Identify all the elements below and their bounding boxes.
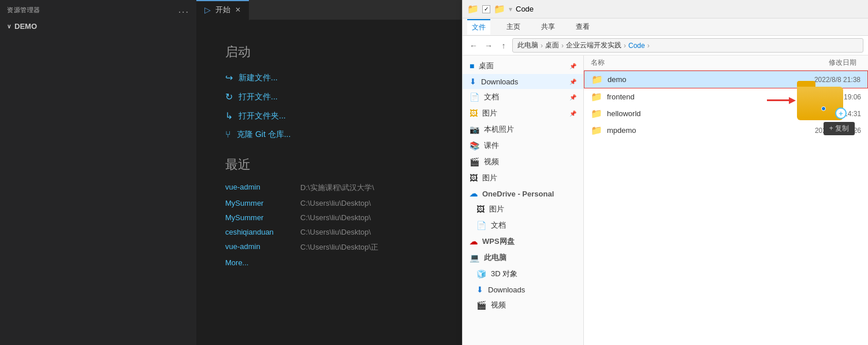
- nav-label-courseware: 课件: [484, 140, 499, 151]
- nav-item-desktop[interactable]: ■ 桌面 📌: [463, 58, 583, 74]
- new-file-icon: ↪: [225, 72, 233, 83]
- videos2-icon: 🎬: [476, 301, 486, 310]
- col-name-header: 名称: [591, 58, 769, 68]
- action-clone-git[interactable]: ⑂ 克隆 Git 仓库...: [225, 129, 433, 140]
- recent-name-5: vue-admin: [225, 242, 289, 253]
- recent-name-3: MySummer: [225, 213, 289, 222]
- back-button[interactable]: ←: [467, 39, 480, 52]
- od-docs-icon: 📄: [476, 221, 486, 230]
- pin-icon-desktop: 📌: [569, 63, 576, 69]
- sidebar-item-demo[interactable]: ∨ DEMO: [0, 20, 196, 33]
- vscode-sidebar: 资源管理器 ... ∨ DEMO: [0, 0, 196, 345]
- up-button[interactable]: ↑: [497, 39, 510, 52]
- nav-label-downloads-2: Downloads: [488, 285, 525, 294]
- sidebar-demo-label: DEMO: [14, 22, 37, 31]
- recent-path-5: C:\Users\liu\Desktop\正: [300, 242, 378, 253]
- path-enterprise: 企业云端开发实践: [566, 40, 621, 50]
- nav-section-thispc: 💻 此电脑: [463, 250, 583, 266]
- wps-icon: ☁: [470, 237, 478, 246]
- tab-start-icon: ▷: [204, 5, 211, 14]
- sidebar-title: 资源管理器: [7, 6, 40, 14]
- nav-item-local-photos[interactable]: 📷 本机照片: [463, 121, 583, 138]
- nav-item-3d[interactable]: 🧊 3D 对象: [463, 266, 583, 282]
- nav-item-courseware[interactable]: 📚 课件: [463, 138, 583, 154]
- ribbon-tab-home[interactable]: 主页: [502, 20, 525, 34]
- tab-close-icon[interactable]: ✕: [235, 6, 241, 14]
- recent-item-1[interactable]: vue-admin D:\实施课程\武汉大学\: [225, 183, 433, 193]
- nav-label-downloads: Downloads: [481, 77, 518, 86]
- courseware-icon: 📚: [470, 141, 479, 150]
- tab-start[interactable]: ▷ 开始 ✕: [196, 0, 249, 20]
- more-link[interactable]: More...: [225, 258, 433, 267]
- nav-label-wps: WPS网盘: [482, 236, 515, 247]
- path-pc: 此电脑: [517, 40, 538, 50]
- address-path[interactable]: 此电脑 › 桌面 › 企业云端开发实践 › Code ›: [512, 38, 863, 53]
- pictures-pin-icon: 🖼: [470, 109, 478, 118]
- nav-section-wps: ☁ WPS网盘: [463, 233, 583, 250]
- chevron-icon: ∨: [7, 23, 11, 29]
- new-file-label: 新建文件...: [239, 73, 278, 83]
- nav-item-documents[interactable]: 📄 文档 📌: [463, 89, 583, 105]
- title-bar-separator: ▾: [509, 5, 512, 13]
- title-bar-checkbox[interactable]: ✓: [482, 5, 490, 13]
- recent-item-4[interactable]: ceshiqianduan C:\Users\liu\Desktop\: [225, 228, 433, 236]
- open-file-icon: ↻: [225, 91, 233, 102]
- nav-item-downloads[interactable]: ⬇ Downloads 📌: [463, 74, 583, 89]
- path-sep-4: ›: [647, 42, 650, 50]
- pin-icon-pictures: 📌: [569, 110, 576, 117]
- path-sep-1: ›: [541, 42, 543, 50]
- nav-item-pictures-2[interactable]: 🖼 图片: [463, 170, 583, 186]
- file-explorer: 📁 ✓ 📁 ▾ Code 文件 主页 共享 查看 ← → ↑ 此电脑 › 桌面 …: [462, 0, 868, 345]
- ribbon-tab-view[interactable]: 查看: [571, 20, 594, 34]
- nav-item-pictures-pin[interactable]: 🖼 图片 📌: [463, 105, 583, 121]
- nav-label-pictures-pin: 图片: [482, 108, 497, 118]
- onedrive-section-icon: ☁: [470, 189, 478, 198]
- title-bar-folder2: 📁: [494, 3, 505, 14]
- nav-label-videos-2: 视频: [491, 300, 506, 310]
- local-photos-icon: 📷: [470, 125, 479, 134]
- file-name-frontend: frontend: [607, 92, 769, 101]
- recent-item-2[interactable]: MySummer C:\Users\liu\Desktop\: [225, 199, 433, 207]
- nav-item-downloads-2[interactable]: ⬇ Downloads: [463, 282, 583, 297]
- nav-label-pictures-2: 图片: [482, 173, 497, 183]
- path-sep-2: ›: [561, 42, 564, 50]
- sidebar-dots[interactable]: ...: [178, 5, 189, 15]
- nav-item-videos[interactable]: 🎬 视频: [463, 154, 583, 170]
- nav-label-od-docs: 文档: [491, 220, 506, 231]
- folder-icon-demo: 📁: [591, 74, 603, 85]
- sidebar-header: 资源管理器 ...: [0, 0, 196, 20]
- recent-path-4: C:\Users\liu\Desktop\: [300, 228, 371, 236]
- file-name-helloworld: helloworld: [607, 109, 769, 118]
- downloads-icon: ⬇: [470, 77, 476, 86]
- recent-name-4: ceshiqianduan: [225, 228, 289, 236]
- recent-title: 最近: [225, 156, 433, 173]
- recent-path-2: C:\Users\liu\Desktop\: [300, 199, 371, 207]
- ribbon-tab-file[interactable]: 文件: [467, 19, 490, 35]
- folder-icon-helloworld: 📁: [591, 108, 602, 119]
- file-list-header: 名称 修改日期: [584, 55, 868, 71]
- copy-tooltip: + 复制: [824, 122, 855, 135]
- ribbon-tab-share[interactable]: 共享: [537, 20, 560, 34]
- recent-path-1: D:\实施课程\武汉大学\: [300, 183, 374, 193]
- nav-label-videos: 视频: [484, 157, 499, 167]
- clone-git-icon: ⑂: [225, 129, 231, 140]
- ribbon: 文件 主页 共享 查看: [463, 18, 868, 36]
- nav-label-desktop: 桌面: [479, 61, 494, 71]
- nav-section-onedrive: ☁ OneDrive - Personal: [463, 186, 583, 201]
- nav-label-onedrive: OneDrive - Personal: [482, 190, 554, 198]
- 3d-icon: 🧊: [476, 269, 486, 279]
- recent-item-5[interactable]: vue-admin C:\Users\liu\Desktop\正: [225, 242, 433, 253]
- action-open-file[interactable]: ↻ 打开文件...: [225, 91, 433, 102]
- nav-item-od-pictures[interactable]: 🖼 图片: [463, 201, 583, 217]
- action-open-folder[interactable]: ↳ 打开文件夹...: [225, 110, 433, 121]
- nav-item-od-docs[interactable]: 📄 文档: [463, 217, 583, 233]
- folder-icon-mpdemo: 📁: [591, 125, 602, 136]
- downloads2-icon: ⬇: [476, 285, 483, 294]
- nav-item-videos-2[interactable]: 🎬 视频: [463, 297, 583, 313]
- path-sep-3: ›: [624, 42, 626, 50]
- action-new-file[interactable]: ↪ 新建文件...: [225, 72, 433, 83]
- forward-button[interactable]: →: [482, 39, 495, 52]
- vscode-main: ▷ 开始 ✕ 启动 ↪ 新建文件... ↻ 打开文件... ↳ 打开文件夹...…: [196, 0, 462, 345]
- recent-item-3[interactable]: MySummer C:\Users\liu\Desktop\: [225, 213, 433, 222]
- desktop-icon: ■: [470, 61, 474, 71]
